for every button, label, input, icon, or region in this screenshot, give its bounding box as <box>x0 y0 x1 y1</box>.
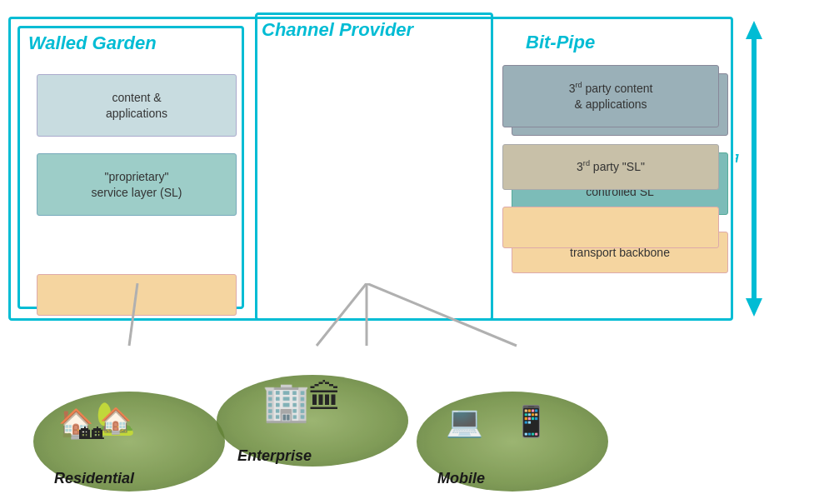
wg-transport-cell <box>37 274 237 316</box>
svg-marker-2 <box>746 298 762 317</box>
outer-box: Walled Garden content &applications "pro… <box>8 17 733 321</box>
building-icon-1: 🏢 <box>262 379 310 424</box>
building-icon-2: 🏛 <box>308 379 342 417</box>
bit-pipe-title: Bit-Pipe <box>526 32 595 53</box>
walled-garden-title: Walled Garden <box>28 32 157 54</box>
bp-sl-label: 3rd party "SL" <box>577 159 645 174</box>
house-icon-3: 🏘 <box>79 417 104 445</box>
phone-icon: 📱 <box>512 404 550 439</box>
bp-sl-cell: 3rd party "SL" <box>502 144 719 190</box>
wg-content-label: content &applications <box>106 90 167 120</box>
wg-sl-label: "proprietary"service layer (SL) <box>92 169 182 199</box>
main-container: Walled Garden content &applications "pro… <box>8 8 808 500</box>
bp-content-label: 3rd party content& applications <box>569 81 653 111</box>
wg-sl-cell: "proprietary"service layer (SL) <box>37 153 237 216</box>
enterprise-label: Enterprise <box>237 447 312 465</box>
e2e-arrow-svg: End-to-End solutions <box>736 21 772 317</box>
diagram-area: Walled Garden content &applications "pro… <box>8 8 775 329</box>
channel-provider-box: Channel Provider own &3rd party content&… <box>255 12 493 321</box>
walled-garden-box: Walled Garden content &applications "pro… <box>17 26 244 309</box>
bottom-section: 🏠 🏡 🏘 Residential 🏢 🏛 Enterprise 💻 📱 Mob… <box>8 337 733 500</box>
mobile-label: Mobile <box>437 470 485 487</box>
svg-text:End-to-End solutions: End-to-End solutions <box>736 152 739 166</box>
residential-label: Residential <box>54 470 134 487</box>
bp-content-cell: 3rd party content& applications <box>502 65 719 127</box>
laptop-icon: 💻 <box>446 404 483 439</box>
svg-marker-0 <box>746 21 762 39</box>
wg-content-cell: content &applications <box>37 74 237 137</box>
channel-provider-title: Channel Provider <box>262 19 413 41</box>
e2e-arrow: End-to-End solutions <box>733 17 775 321</box>
svg-rect-1 <box>752 37 757 300</box>
bp-transport-cell <box>502 207 719 248</box>
